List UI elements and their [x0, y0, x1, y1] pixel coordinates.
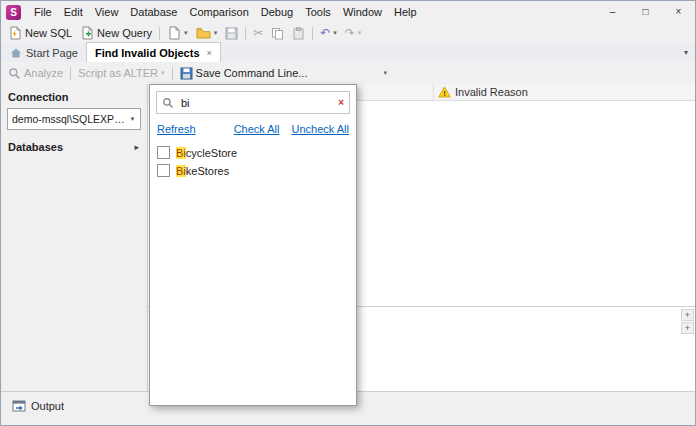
bicyclestore-label: BicycleStore [176, 147, 237, 159]
tab-start-page[interactable]: Start Page [2, 43, 86, 62]
script-as-alter-button[interactable]: Script as ALTER ▾ [74, 66, 168, 80]
save-command-line-icon [180, 67, 193, 80]
pane-control-button[interactable]: + [681, 309, 694, 321]
command-bar-dropdown-icon[interactable]: ▾ [383, 69, 387, 77]
databases-filter-popup: × Refresh Check All Uncheck All BicycleS… [149, 84, 357, 406]
pane-control-button[interactable]: + [681, 322, 694, 334]
new-sql-icon [8, 26, 22, 40]
svg-text:!: ! [443, 89, 446, 98]
save-icon [225, 27, 238, 40]
title-bar: S File Edit View Database Comparison Deb… [1, 1, 695, 23]
copy-button[interactable] [267, 26, 288, 41]
databases-label: Databases [8, 141, 63, 153]
search-icon [162, 97, 174, 109]
new-document-button[interactable]: ▾ [163, 25, 192, 41]
menu-item-view[interactable]: View [89, 1, 125, 23]
analyze-label: Analyze [24, 67, 63, 79]
menu-bar: File Edit View Database Comparison Debug… [28, 1, 423, 23]
paste-icon [292, 27, 305, 40]
bikestores-label: BikeStores [176, 165, 229, 177]
script-as-alter-dropdown-icon[interactable]: ▾ [161, 69, 165, 77]
new-sql-button[interactable]: New SQL [4, 25, 76, 41]
new-query-button[interactable]: New Query [76, 25, 156, 41]
close-button[interactable]: × [662, 1, 695, 23]
menu-item-comparison[interactable]: Comparison [183, 1, 254, 23]
list-item-bicyclestore[interactable]: BicycleStore [156, 145, 350, 160]
save-command-line-label: Save Command Line... [196, 67, 308, 79]
refresh-link[interactable]: Refresh [157, 123, 196, 135]
command-bar-separator [172, 67, 173, 80]
menu-item-help[interactable]: Help [388, 1, 423, 23]
bikestores-checkbox[interactable] [157, 164, 170, 177]
menu-item-edit[interactable]: Edit [58, 1, 89, 23]
tab-close-icon[interactable]: × [207, 48, 212, 58]
connection-dropdown-icon[interactable]: ▾ [125, 115, 140, 123]
command-bar-separator [70, 67, 71, 80]
script-as-alter-label: Script as ALTER [78, 67, 158, 79]
new-document-dropdown-icon[interactable]: ▾ [184, 29, 188, 37]
check-all-link[interactable]: Check All [234, 123, 280, 135]
magnifier-icon [8, 67, 21, 80]
tab-start-page-label: Start Page [26, 47, 78, 59]
command-bar: Analyze Script as ALTER ▾ Save Command L… [1, 62, 695, 85]
menu-item-tools[interactable]: Tools [299, 1, 337, 23]
tab-find-invalid-objects[interactable]: Find Invalid Objects × [86, 42, 221, 63]
menu-item-debug[interactable]: Debug [255, 1, 299, 23]
connection-combobox[interactable]: demo-mssql\SQLEXPRESS ▾ [7, 108, 141, 130]
pane-controls: + + [681, 309, 694, 334]
toolbar-separator [245, 27, 246, 40]
app-window: S File Edit View Database Comparison Deb… [0, 0, 696, 426]
cut-button[interactable]: ✂ [249, 26, 267, 40]
minimize-button[interactable]: – [596, 1, 629, 23]
menu-item-window[interactable]: Window [337, 1, 388, 23]
clear-search-icon[interactable]: × [338, 97, 344, 108]
output-tab[interactable]: Output [5, 398, 71, 414]
new-query-icon [80, 26, 94, 40]
menu-item-file[interactable]: File [28, 1, 58, 23]
open-file-dropdown-icon[interactable]: ▾ [214, 29, 218, 37]
database-search-box: × [156, 91, 350, 114]
document-tab-strip: Start Page Find Invalid Objects × ▾ [1, 43, 695, 63]
tab-find-invalid-objects-label: Find Invalid Objects [95, 47, 200, 59]
popup-links-row: Refresh Check All Uncheck All [156, 123, 350, 135]
start-page-icon [10, 47, 22, 59]
tab-overflow-dropdown-icon[interactable]: ▾ [684, 48, 688, 57]
databases-expander[interactable]: Databases ▸ [7, 141, 141, 153]
database-search-input[interactable] [179, 96, 333, 110]
warning-icon: ! [438, 86, 451, 98]
undo-icon: ↶ [320, 27, 330, 39]
new-document-icon [167, 26, 181, 40]
invalid-reason-header-label: Invalid Reason [455, 86, 528, 98]
undo-dropdown-icon[interactable]: ▾ [333, 29, 337, 37]
paste-button[interactable] [288, 26, 309, 41]
connection-sidebar: Connection demo-mssql\SQLEXPRESS ▾ Datab… [1, 84, 148, 391]
output-tab-label: Output [31, 400, 64, 412]
new-sql-label: New SQL [25, 27, 72, 39]
redo-dropdown-icon[interactable]: ▾ [358, 29, 362, 37]
open-file-button[interactable]: ▾ [192, 26, 222, 41]
column-header-invalid-reason[interactable]: ! Invalid Reason [434, 84, 695, 100]
copy-icon [271, 27, 284, 40]
output-icon [12, 400, 26, 412]
chevron-right-icon: ▸ [134, 142, 139, 152]
save-button[interactable] [221, 26, 242, 41]
redo-icon: ↷ [345, 27, 355, 39]
new-query-label: New Query [97, 27, 152, 39]
toolbar-separator [312, 27, 313, 40]
cut-icon: ✂ [253, 27, 263, 39]
redo-button[interactable]: ↷ ▾ [341, 26, 366, 40]
undo-button[interactable]: ↶ ▾ [316, 26, 341, 40]
connection-value: demo-mssql\SQLEXPRESS [12, 113, 125, 125]
open-folder-icon [196, 27, 211, 40]
analyze-button[interactable]: Analyze [4, 66, 67, 81]
toolbar-separator [159, 27, 160, 40]
uncheck-all-link[interactable]: Uncheck All [292, 123, 349, 135]
list-item-bikestores[interactable]: BikeStores [156, 163, 350, 178]
maximize-button[interactable]: □ [629, 1, 662, 23]
menu-item-database[interactable]: Database [124, 1, 183, 23]
app-logo-icon: S [6, 5, 21, 20]
bicyclestore-checkbox[interactable] [157, 146, 170, 159]
connection-label: Connection [8, 91, 141, 103]
save-command-line-button[interactable]: Save Command Line... [176, 66, 312, 81]
database-list: BicycleStore BikeStores [156, 145, 350, 178]
